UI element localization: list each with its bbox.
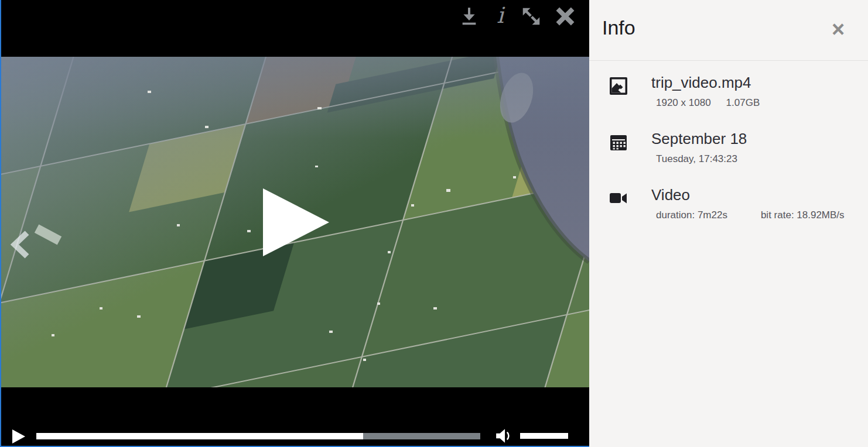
video-section-title: Video — [651, 186, 845, 204]
info-icon-glyph: i — [497, 5, 505, 27]
video-player: i — [0, 0, 589, 447]
previous-item-button[interactable] — [8, 229, 34, 260]
progress-bar[interactable] — [36, 433, 480, 439]
image-thumbnail-icon — [609, 77, 628, 95]
close-icon[interactable] — [554, 5, 576, 28]
video-duration: duration: 7m22s — [656, 209, 727, 221]
info-panel: Info × trip_video.mp4 1920 x 10801.07GB — [589, 0, 868, 447]
capture-day-time: Tuesday, 17:43:23 — [656, 153, 737, 164]
speaker-icon — [495, 427, 514, 445]
play-button[interactable] — [12, 429, 27, 444]
volume-button[interactable] — [495, 427, 514, 445]
file-size: 1.07GB — [726, 97, 760, 108]
chevron-left-icon — [8, 229, 34, 260]
video-bitrate: bit rate: 18.92MB/s — [761, 209, 845, 221]
play-icon — [12, 429, 26, 444]
date-info-row: September 18 Tuesday, 17:43:23 — [609, 130, 747, 165]
volume-slider[interactable] — [520, 433, 568, 439]
app-window: i — [0, 0, 868, 447]
play-overlay-button[interactable] — [263, 188, 329, 256]
calendar-icon — [609, 133, 628, 152]
capture-date: September 18 — [651, 130, 747, 147]
file-name: trip_video.mp4 — [651, 74, 760, 91]
panel-divider — [589, 60, 868, 61]
video-info-row: Video duration: 7m22sbit rate: 18.92MB/s — [609, 186, 845, 221]
volume-fill — [520, 433, 568, 439]
info-icon[interactable]: i — [489, 5, 511, 28]
file-resolution: 1920 x 1080 — [656, 97, 711, 108]
info-panel-close-button[interactable]: × — [826, 18, 850, 41]
file-info-row: trip_video.mp4 1920 x 10801.07GB — [609, 74, 760, 109]
diagonal-expand-icon[interactable] — [520, 5, 542, 28]
info-panel-title: Info — [602, 16, 635, 39]
download-icon[interactable] — [458, 5, 480, 28]
video-camera-icon — [609, 191, 628, 205]
progress-played — [36, 433, 363, 439]
play-triangle-icon — [263, 188, 329, 256]
